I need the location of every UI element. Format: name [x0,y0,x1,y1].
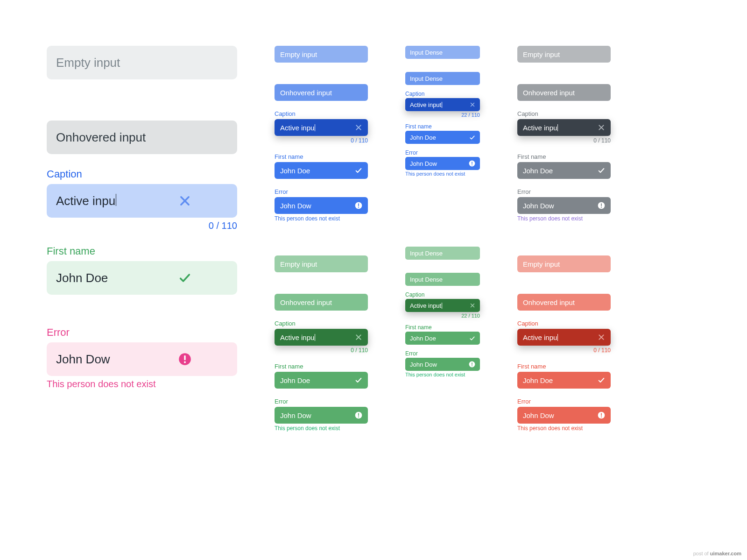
gray-hover-input[interactable]: Onhovered input [517,84,611,101]
caption: Caption [275,320,368,327]
placeholder: Input Dense [410,276,443,283]
blue-error-input[interactable]: John Dow [275,197,368,214]
svg-rect-13 [358,413,359,416]
blue-dense-error[interactable]: John Dow [405,157,480,170]
check-icon [355,376,362,384]
gray-valid-input[interactable]: John Doe [517,162,611,179]
red-empty-input[interactable]: Empty input [517,255,611,272]
value: Active inpu [280,124,315,132]
active-input[interactable]: Active inpu [47,184,237,218]
green-dense-active[interactable]: Active input [405,299,480,312]
svg-rect-18 [472,162,472,164]
caption: Caption [405,291,480,298]
error-value: John Dow [56,352,142,367]
placeholder: Empty input [523,260,560,268]
blue-hover-input[interactable]: Onhovered input [275,84,368,101]
red-hover-input[interactable]: Onhovered input [517,294,611,311]
check-icon [469,135,475,141]
valid-input[interactable]: John Doe [47,261,237,295]
value: Active inpu [523,333,558,341]
caption: Caption [517,110,611,117]
value: John Dow [410,361,437,368]
green-medium-column: Empty input Onhovered input Caption Acti… [275,255,368,432]
caption: Error [517,188,611,195]
green-dense-hover[interactable]: Input Dense [405,273,480,286]
alert-icon [355,202,362,209]
gray-empty-input[interactable]: Empty input [517,46,611,63]
svg-point-4 [184,361,186,363]
check-icon [598,376,605,384]
blue-active-input[interactable]: Active inpu [275,119,368,136]
caption-label: Caption [47,168,237,180]
svg-rect-28 [601,203,602,206]
close-icon[interactable] [142,194,228,207]
active-input-group: Caption Active inpu 0 / 110 [47,168,237,231]
svg-point-34 [601,417,602,418]
red-error-input[interactable]: John Dow [517,407,611,424]
hovered-input[interactable]: Onhovered input [47,121,237,154]
caption: Caption [275,110,368,117]
empty-input[interactable]: Empty input [47,46,237,79]
check-icon [598,167,605,174]
red-active-input[interactable]: Active inpu [517,329,611,346]
svg-rect-3 [184,355,185,361]
green-active-input[interactable]: Active inpu [275,329,368,346]
green-dense-empty[interactable]: Input Dense [405,247,480,260]
helper: This person does not exist [275,215,368,222]
red-valid-input[interactable]: John Doe [517,372,611,389]
svg-point-29 [601,207,602,208]
char-counter: 0 / 110 [47,220,237,231]
caption: First name [405,324,480,331]
alert-icon [469,361,475,368]
placeholder: Onhovered input [280,89,332,97]
close-icon[interactable] [355,124,362,131]
helper: This person does not exist [405,171,480,177]
green-error-input[interactable]: John Dow [275,407,368,424]
close-icon[interactable] [598,124,605,131]
value: John Doe [410,134,436,141]
counter: 22 / 110 [405,313,480,319]
svg-rect-23 [472,362,472,365]
value: John Dow [280,202,311,210]
green-empty-input[interactable]: Empty input [275,255,368,272]
gray-active-input[interactable]: Active inpu [517,119,611,136]
alert-icon [598,202,605,209]
blue-dense-empty[interactable]: Input Dense [405,46,480,59]
caption: Error [275,188,368,195]
close-icon[interactable] [355,333,362,341]
helper: This person does not exist [275,425,368,432]
value: John Doe [280,376,310,384]
green-dense-valid[interactable]: John Doe [405,332,480,345]
value: John Dow [523,202,554,210]
error-input[interactable]: John Dow [47,342,237,376]
alert-icon [598,411,605,419]
green-valid-input[interactable]: John Doe [275,372,368,389]
blue-dense-hover[interactable]: Input Dense [405,72,480,85]
blue-dense-valid[interactable]: John Doe [405,131,480,144]
blue-empty-input[interactable]: Empty input [275,46,368,63]
caption: Caption [517,320,611,327]
gray-error-input[interactable]: John Dow [517,197,611,214]
check-icon [469,335,475,341]
blue-valid-input[interactable]: John Doe [275,162,368,179]
close-icon[interactable] [470,102,475,107]
green-hover-input[interactable]: Onhovered input [275,294,368,311]
counter: 0 / 110 [275,347,368,354]
close-icon[interactable] [470,303,475,308]
svg-point-19 [472,164,472,165]
error-input-group: Error John Dow This person does not exis… [47,326,237,390]
error-helper: This person does not exist [47,379,237,390]
placeholder: Onhovered input [280,298,332,306]
value: John Doe [523,376,553,384]
valid-value: John Doe [56,271,142,285]
green-dense-column: Input Dense Input Dense Caption Active i… [405,247,480,377]
helper: This person does not exist [517,215,611,222]
close-icon[interactable] [598,333,605,341]
active-value: Active inpu [56,194,142,208]
caption: Error [517,398,611,405]
svg-point-14 [358,417,359,418]
blue-dense-active[interactable]: Active input [405,98,480,111]
green-dense-error[interactable]: John Dow [405,358,480,371]
alert-icon [355,411,362,419]
caption: First name [517,153,611,160]
